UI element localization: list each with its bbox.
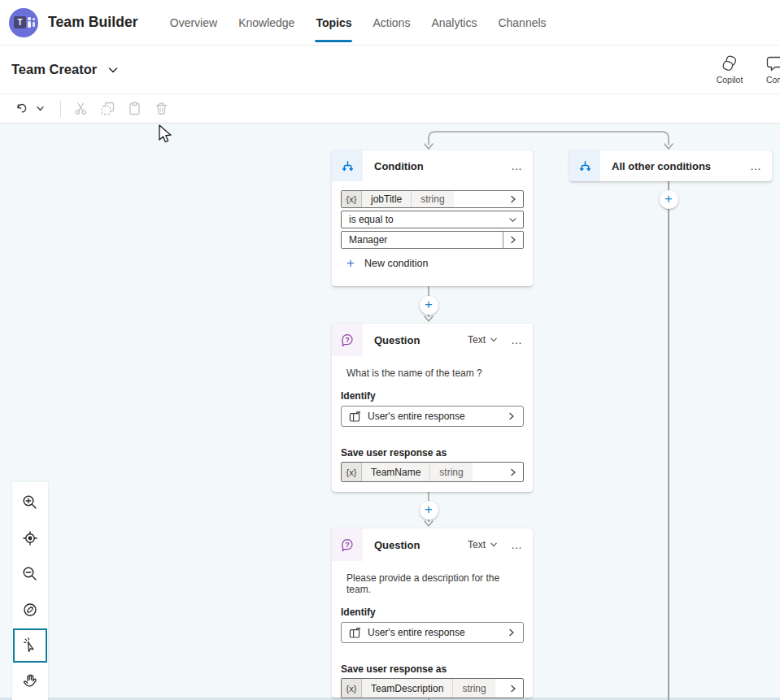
variable-prefix: {x} (342, 463, 362, 481)
condition-node-header: Condition … (332, 150, 533, 181)
condition-icon (332, 150, 363, 181)
save-response-label: Save user response as (341, 663, 524, 675)
locate-button[interactable] (12, 520, 48, 556)
chevron-right-icon (503, 232, 523, 248)
pan-tool-button[interactable] (12, 663, 48, 699)
copy-button[interactable] (98, 99, 117, 119)
variable-type: string (411, 191, 453, 207)
save-response-label: Save user response as (341, 447, 524, 459)
comment-icon (766, 54, 780, 72)
variable-type: string (452, 679, 495, 698)
question-type-label: Text (468, 539, 486, 550)
identify-value: User's entire response (368, 627, 465, 638)
question-message[interactable]: Please provide a description for the tea… (341, 572, 524, 595)
tab-topics[interactable]: Topics (305, 0, 362, 45)
question-message[interactable]: What is the name of the team ? (341, 367, 524, 379)
locate-icon (21, 529, 39, 547)
teams-logo-icon: T (9, 8, 38, 37)
zoom-in-button[interactable] (12, 485, 48, 520)
plus-icon: + (346, 256, 355, 270)
zoom-in-icon (21, 493, 39, 511)
select-tool-button[interactable] (12, 628, 48, 663)
zoom-out-button[interactable] (12, 556, 48, 592)
add-node-button[interactable]: + (420, 296, 438, 315)
question-type-dropdown[interactable]: Text (468, 539, 498, 550)
save-variable-field[interactable]: {x} TeamName string (341, 462, 524, 482)
cut-icon (73, 101, 89, 116)
tab-analytics[interactable]: Analytics (421, 0, 487, 45)
copilot-button[interactable]: Copilot (713, 54, 746, 85)
chevron-down-icon (490, 336, 498, 344)
question-node-2[interactable]: ? Question Text … Please provide a descr… (332, 528, 533, 698)
question-node-title: Question (374, 334, 420, 346)
all-other-conditions-title: All other conditions (612, 160, 711, 172)
new-condition-label: New condition (364, 258, 429, 269)
new-condition-button[interactable]: + New condition (341, 256, 524, 270)
question-node-title: Question (374, 539, 420, 551)
chevron-right-icon (508, 412, 516, 420)
svg-text:?: ? (345, 336, 349, 344)
chevron-right-icon (503, 679, 523, 698)
question-type-dropdown[interactable]: Text (468, 334, 498, 346)
condition-icon (569, 150, 600, 181)
compass-icon (21, 601, 39, 619)
select-cursor-icon (21, 637, 39, 654)
condition-operator-select[interactable]: is equal to (341, 211, 524, 228)
edit-toolbar (0, 94, 780, 124)
all-other-conditions-node[interactable]: All other conditions … (569, 150, 772, 181)
chevron-down-icon (490, 541, 498, 549)
variable-name: TeamDescription (362, 679, 452, 698)
question-node-1[interactable]: ? Question Text … What is the name of th… (332, 324, 533, 492)
compass-button[interactable] (12, 592, 48, 628)
question-icon: ? (332, 528, 363, 561)
identify-label: Identify (341, 390, 524, 402)
delete-button[interactable] (151, 99, 171, 119)
question-menu-button[interactable]: … (501, 538, 533, 551)
undo-button[interactable] (11, 99, 31, 119)
question-type-label: Text (468, 334, 486, 346)
undo-icon (14, 101, 29, 116)
undo-menu-chevron[interactable] (33, 99, 47, 119)
tab-knowledge[interactable]: Knowledge (228, 0, 305, 45)
tab-overview[interactable]: Overview (159, 0, 228, 45)
chevron-down-icon (503, 211, 523, 228)
tab-actions[interactable]: Actions (362, 0, 421, 45)
condition-node-title: Condition (374, 160, 424, 172)
question-icon: ? (332, 324, 363, 356)
canvas-tool-palette (12, 482, 48, 700)
condition-menu-button[interactable]: … (501, 159, 533, 172)
save-variable-field[interactable]: {x} TeamDescription string (341, 678, 524, 698)
condition-value: Manager (342, 232, 503, 248)
svg-text:?: ? (345, 541, 349, 549)
chevron-down-icon[interactable] (107, 64, 119, 76)
all-other-conditions-menu-button[interactable]: … (740, 159, 772, 172)
trash-icon (154, 101, 169, 116)
toolbar-divider (60, 101, 61, 117)
copy-icon (100, 101, 115, 116)
flow-canvas[interactable]: + + + Condition … (0, 124, 780, 700)
add-node-button[interactable]: + (420, 501, 438, 520)
top-header: T Team Builder Overview Knowledge Topics… (0, 0, 780, 46)
variable-name: jobTitle (362, 191, 411, 207)
app-window: T Team Builder Overview Knowledge Topics… (0, 0, 780, 700)
identify-label: Identify (341, 607, 524, 618)
copilot-icon (721, 54, 739, 72)
condition-value-field[interactable]: Manager (341, 231, 524, 249)
question-menu-button[interactable]: … (501, 333, 533, 346)
top-nav: Overview Knowledge Topics Actions Analyt… (159, 0, 557, 45)
identify-field[interactable]: User's entire response (341, 622, 524, 643)
hand-icon (21, 672, 39, 690)
condition-node[interactable]: Condition … {x} jobTitle string is equal… (332, 150, 533, 286)
entire-response-icon (349, 627, 361, 639)
entire-response-icon (349, 411, 361, 423)
topic-title: Team Creator (11, 62, 97, 77)
comments-button[interactable]: Com (759, 54, 780, 85)
cut-button[interactable] (71, 99, 90, 119)
paste-icon (127, 101, 142, 116)
identify-field[interactable]: User's entire response (341, 406, 524, 427)
paste-button[interactable] (124, 99, 144, 119)
tab-channels[interactable]: Channels (487, 0, 556, 45)
app-title: Team Builder (48, 14, 138, 31)
add-node-button[interactable]: + (660, 190, 678, 209)
condition-variable-field[interactable]: {x} jobTitle string (341, 190, 524, 208)
